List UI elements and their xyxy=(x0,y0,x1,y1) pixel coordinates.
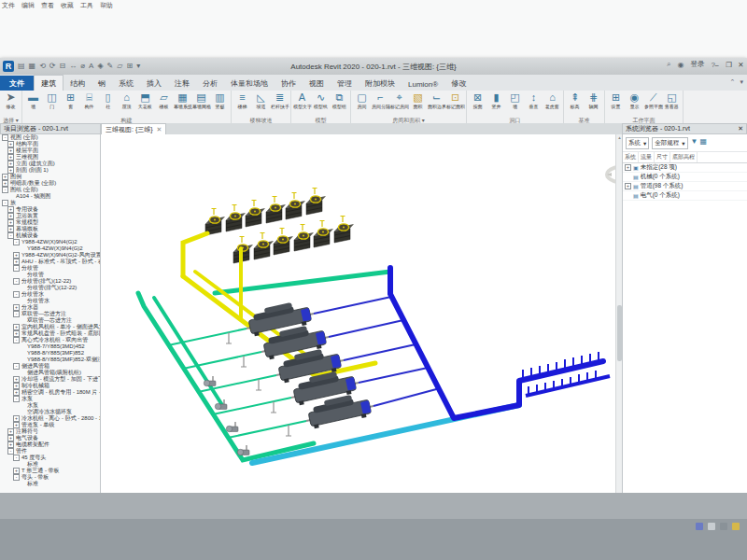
system-browser-title[interactable]: 系统浏览器 - 020-1.rvt ✕ xyxy=(622,123,747,134)
project-browser-item[interactable]: + 管道泵 - 单级 xyxy=(0,422,100,428)
ribbon-button[interactable]: ≣栏杆扶手 xyxy=(271,91,289,110)
project-browser-item[interactable]: 水泵 xyxy=(0,402,100,409)
qat-icon[interactable]: ◈ xyxy=(97,62,103,71)
ribbon-button[interactable]: ▦幕墙系统 xyxy=(174,91,191,110)
expand-toggle-icon[interactable]: + xyxy=(13,330,20,337)
ribbon-tab[interactable]: 建筑 xyxy=(34,75,63,91)
ribbon-tab[interactable]: 体量和场地 xyxy=(224,76,275,91)
qat-icon[interactable]: ⟲ xyxy=(39,62,46,71)
project-browser-item[interactable]: + 幕墙嵌板 xyxy=(0,226,100,232)
taskbar-icon[interactable] xyxy=(720,523,727,530)
ribbon-button[interactable]: ⌂老虎窗 xyxy=(543,91,561,110)
frame-menu-item[interactable]: 编辑 xyxy=(21,1,35,10)
ribbon-button[interactable]: ▬墙 xyxy=(24,91,42,110)
project-browser-item[interactable]: Y988-4ZW(X)9N4(G)2 xyxy=(0,245,100,252)
expand-toggle-icon[interactable]: + xyxy=(7,226,14,232)
revit-logo-icon[interactable]: R xyxy=(3,61,14,72)
expand-toggle-icon[interactable]: + xyxy=(2,180,8,187)
project-browser-item[interactable]: + 制冷机械箱 xyxy=(0,383,100,389)
ribbon-button[interactable]: A模型文字 xyxy=(293,91,311,110)
system-browser-row[interactable]: ▤ 机械(0 个系统) xyxy=(623,173,747,182)
ribbon-button[interactable]: ◫门 xyxy=(43,91,61,110)
project-browser-item[interactable]: - 分歧管(排气)(12-22) xyxy=(0,278,100,285)
project-browser-item[interactable]: + 明细表/数量 (全部) xyxy=(0,180,100,187)
project-browser-item[interactable]: - 侧进风管箱 xyxy=(0,363,100,370)
search-icon[interactable]: ⌕ xyxy=(667,60,670,69)
qat-icon[interactable]: ⊞ xyxy=(126,62,133,71)
ribbon-button[interactable]: ◰墙 xyxy=(506,91,524,110)
project-browser-title[interactable]: 项目浏览器 - 020-1.rvt xyxy=(0,123,101,134)
ribbon-button[interactable]: ◺坡道 xyxy=(252,91,270,110)
project-browser-item[interactable]: + 结构平面 xyxy=(0,141,100,147)
project-browser-item[interactable]: Y988-7/Y885(3MD)452 xyxy=(0,343,100,350)
ribbon-button[interactable]: ⌐房间分隔 xyxy=(372,91,389,110)
scroll-up-icon[interactable]: ▴ xyxy=(618,134,621,140)
expand-toggle-icon[interactable]: - xyxy=(2,200,8,206)
project-browser-item[interactable]: + 室内机风机组 - 单冷 - 侧面进风大出口带翻盖 xyxy=(0,324,100,330)
system-dropdown[interactable]: 系统 ▾ xyxy=(626,137,649,149)
ribbon-button[interactable]: ⊞设置 xyxy=(607,91,625,110)
expand-toggle-icon[interactable]: - xyxy=(13,311,20,317)
project-browser-item[interactable]: - 45 度弯头 xyxy=(0,455,100,461)
frame-menu-item[interactable]: 文件 xyxy=(2,1,15,10)
system-browser-tool-icon[interactable]: ▦ xyxy=(699,137,707,149)
project-browser-item[interactable]: - Y988-4ZW(X)9N4(G)2 xyxy=(0,239,100,245)
project-browser-item[interactable]: - 离心式冷水机组 - 双向出管 xyxy=(0,337,100,343)
qat-icon[interactable]: ▤ xyxy=(18,62,25,71)
ribbon-button[interactable]: ▧面积 xyxy=(409,91,427,110)
ribbon-button[interactable]: ⬒天花板 xyxy=(136,91,154,110)
expand-toggle-icon[interactable]: - xyxy=(13,337,20,343)
ribbon-tab[interactable]: 结构 xyxy=(63,76,92,91)
discipline-dropdown[interactable]: 全部规程 ▾ xyxy=(652,137,687,149)
ribbon-tab[interactable]: Lumion® xyxy=(402,77,444,91)
expand-toggle-icon[interactable]: - xyxy=(13,363,20,370)
qat-icon[interactable]: ▾ xyxy=(136,62,140,71)
expand-toggle-icon[interactable]: - xyxy=(13,265,20,272)
expand-toggle-icon[interactable]: - xyxy=(7,448,14,455)
ribbon-button[interactable]: ▮竖井 xyxy=(487,91,505,110)
ribbon-collapse-icon[interactable]: ⌃ xyxy=(730,78,736,86)
ribbon-button[interactable]: ▤幕墙网格 xyxy=(192,91,210,110)
ribbon-tab[interactable]: 修改 xyxy=(444,76,472,91)
qat-icon[interactable]: ⟳ xyxy=(49,62,56,71)
expand-toggle-icon[interactable]: + xyxy=(625,164,631,171)
ribbon-button[interactable]: ∿模型线 xyxy=(312,91,330,110)
qat-icon[interactable]: ▱ xyxy=(117,62,122,71)
ribbon-button[interactable]: ⌙面积边界 xyxy=(428,91,445,110)
column-header[interactable]: 尺寸 xyxy=(655,152,670,162)
drawing-canvas[interactable] xyxy=(101,134,615,530)
ribbon-collapse-controls[interactable]: ⌃ ▾ xyxy=(730,78,743,86)
project-browser-item[interactable]: + 电气设备 xyxy=(0,435,100,441)
ribbon-button[interactable]: ▥竖梃 xyxy=(211,91,229,110)
qat-icon[interactable]: ⊟ xyxy=(60,62,66,71)
expand-toggle-icon[interactable]: + xyxy=(7,435,14,441)
project-browser-item[interactable]: 标准 xyxy=(0,461,100,468)
expand-toggle-icon[interactable]: - xyxy=(13,291,20,298)
column-header[interactable]: 系统 xyxy=(623,152,639,162)
expand-toggle-icon[interactable]: + xyxy=(13,304,20,311)
expand-toggle-icon[interactable]: + xyxy=(13,383,20,389)
system-browser-row[interactable]: + ▣ 未指定(28 项) xyxy=(623,163,747,173)
project-browser-item[interactable]: + 剖面 (剖面 1) xyxy=(0,167,100,174)
ribbon-button[interactable]: ➤修改 xyxy=(2,91,20,110)
qat-icon[interactable]: ⌀ xyxy=(80,62,85,71)
ribbon-button[interactable]: ⊞窗 xyxy=(62,91,79,110)
taskbar-icon[interactable] xyxy=(696,523,703,530)
project-browser-item[interactable]: - 机械设备 xyxy=(0,232,100,239)
expand-toggle-icon[interactable]: - xyxy=(13,455,20,461)
expand-toggle-icon[interactable]: - xyxy=(13,239,20,245)
expand-toggle-icon[interactable]: + xyxy=(7,147,14,154)
expand-toggle-icon[interactable]: + xyxy=(7,441,14,448)
blue-manifold-comb[interactable] xyxy=(523,352,610,396)
ribbon-button[interactable]: ◉显示 xyxy=(626,91,643,110)
project-browser-item[interactable]: 标准 xyxy=(0,481,100,487)
frame-menu-item[interactable]: 查看 xyxy=(41,1,54,10)
project-browser-item[interactable]: 分歧管(排气)(12-22) xyxy=(0,285,100,291)
project-browser-item[interactable]: 分歧管 xyxy=(0,272,100,278)
chiller-units[interactable] xyxy=(247,299,372,429)
expand-toggle-icon[interactable]: + xyxy=(13,252,20,259)
expand-toggle-icon[interactable]: - xyxy=(2,134,8,141)
system-browser-close-icon[interactable]: ✕ xyxy=(738,125,743,133)
ribbon-button[interactable]: ⊡标记面积 xyxy=(446,91,464,110)
frame-menu-item[interactable]: 帮助 xyxy=(100,1,113,10)
